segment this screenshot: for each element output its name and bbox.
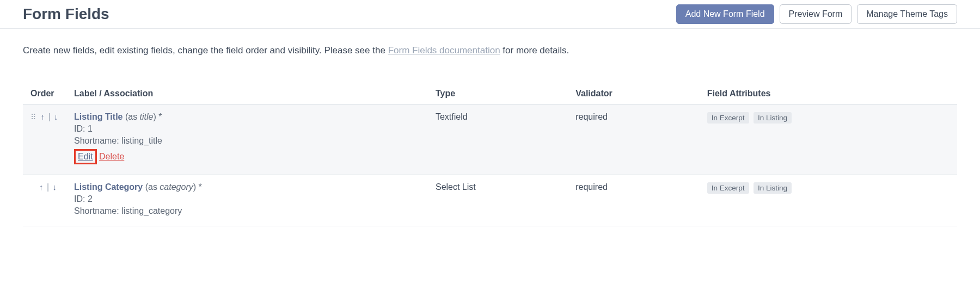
field-validator: required <box>568 175 700 226</box>
intro-before: Create new fields, edit existing fields,… <box>23 45 388 56</box>
col-type: Type <box>428 83 568 104</box>
attribute-badge: In Listing <box>754 112 792 124</box>
delete-link[interactable]: Delete <box>99 152 124 161</box>
attribute-badge: In Excerpt <box>707 182 749 194</box>
drag-handle-icon[interactable]: ⠿ <box>30 113 35 121</box>
table-row: ↑ | ↓ Listing Category (as category) * I… <box>23 175 957 226</box>
move-down-icon[interactable]: ↓ <box>53 182 57 192</box>
field-validator: required <box>568 104 700 175</box>
field-type: Textfield <box>428 104 568 175</box>
add-new-form-field-button[interactable]: Add New Form Field <box>676 4 774 24</box>
page-title: Form Fields <box>23 5 109 23</box>
alias-group: (as title) * <box>125 112 162 121</box>
field-id: ID: 2 <box>74 194 420 204</box>
field-label-link[interactable]: Listing Category <box>74 182 143 192</box>
move-up-icon[interactable]: ↑ <box>40 112 45 121</box>
col-label: Label / Association <box>66 83 428 104</box>
fields-table: Order Label / Association Type Validator… <box>23 83 957 226</box>
edit-link[interactable]: Edit <box>78 152 93 161</box>
table-row: ⠿ ↑ | ↓ Listing Title (as title) * ID: 1… <box>23 104 957 175</box>
col-validator: Validator <box>568 83 700 104</box>
move-down-icon[interactable]: ↓ <box>54 112 58 121</box>
intro-after: for more details. <box>500 45 569 56</box>
intro-text: Create new fields, edit existing fields,… <box>23 45 957 56</box>
attribute-badge: In Listing <box>754 182 792 194</box>
field-shortname: Shortname: listing_category <box>74 206 420 216</box>
required-mark: * <box>158 112 162 121</box>
order-separator: | <box>47 182 49 192</box>
field-type: Select List <box>428 175 568 226</box>
preview-form-button[interactable]: Preview Form <box>780 4 852 24</box>
col-order: Order <box>23 83 66 104</box>
required-mark: * <box>199 182 202 192</box>
attribute-badge: In Excerpt <box>707 112 749 124</box>
field-label-link[interactable]: Listing Title <box>74 112 122 121</box>
header: Form Fields Add New Form Field Preview F… <box>0 0 980 29</box>
field-id: ID: 1 <box>74 124 420 134</box>
edit-highlight-box: Edit <box>74 149 97 164</box>
field-shortname: Shortname: listing_title <box>74 136 420 146</box>
move-up-icon[interactable]: ↑ <box>39 182 44 192</box>
manage-theme-tags-button[interactable]: Manage Theme Tags <box>857 4 957 24</box>
header-actions: Add New Form Field Preview Form Manage T… <box>676 4 957 24</box>
col-attributes: Field Attributes <box>700 83 957 104</box>
docs-link[interactable]: Form Fields documentation <box>388 45 500 56</box>
order-separator: | <box>48 112 50 121</box>
alias-group: (as category) * <box>145 182 202 192</box>
